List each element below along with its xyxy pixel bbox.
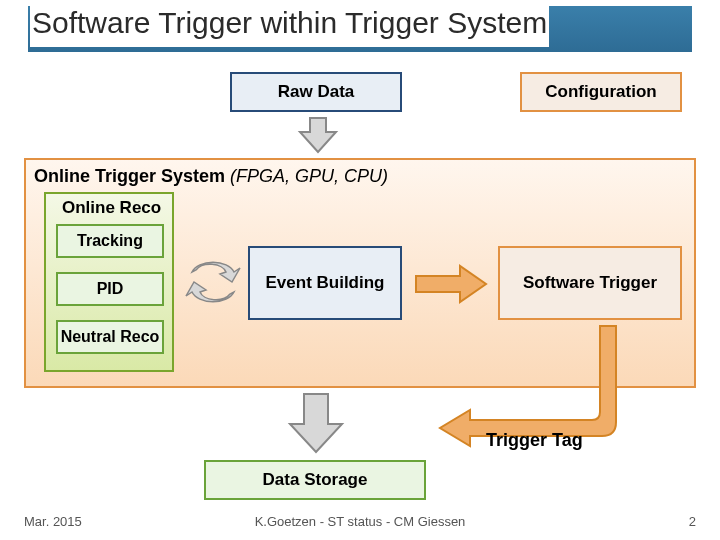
arrow-down-large-icon xyxy=(286,392,346,456)
box-raw-data: Raw Data xyxy=(230,72,402,112)
box-neutral-reco: Neutral Reco xyxy=(56,320,164,354)
label-trigger-tag: Trigger Tag xyxy=(486,430,583,451)
footer-page-number: 2 xyxy=(689,514,696,529)
cycle-arrows-icon xyxy=(184,258,242,306)
label-online-trigger-system: Online Trigger System (FPGA, GPU, CPU) xyxy=(34,166,388,187)
arrow-bent-icon xyxy=(432,324,622,444)
system-label-bold: Online Trigger System xyxy=(34,166,225,186)
box-pid: PID xyxy=(56,272,164,306)
box-configuration: Configuration xyxy=(520,72,682,112)
box-tracking: Tracking xyxy=(56,224,164,258)
footer-center: K.Goetzen - ST status - CM Giessen xyxy=(0,514,720,529)
box-event-building: Event Building xyxy=(248,246,402,320)
arrow-down-icon xyxy=(298,116,338,156)
page-title: Software Trigger within Trigger System xyxy=(30,4,549,47)
system-label-italic: (FPGA, GPU, CPU) xyxy=(230,166,388,186)
box-data-storage: Data Storage xyxy=(204,460,426,500)
label-online-reco: Online Reco xyxy=(62,198,161,218)
box-software-trigger: Software Trigger xyxy=(498,246,682,320)
arrow-right-icon xyxy=(412,264,490,304)
